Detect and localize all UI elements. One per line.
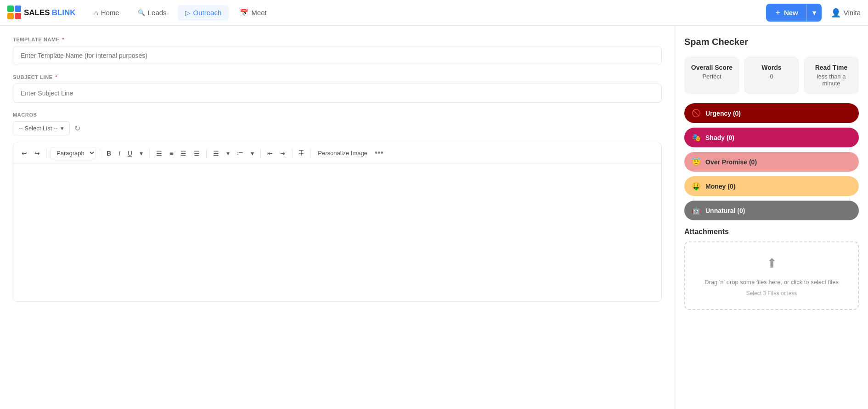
undo-button[interactable]: ↩: [19, 148, 30, 159]
more-options-button[interactable]: •••: [373, 148, 385, 158]
words-card: Words 0: [744, 56, 799, 94]
paragraph-select[interactable]: Paragraph: [51, 147, 96, 159]
urgency-icon: 🚫: [692, 109, 701, 118]
italic-button[interactable]: I: [116, 148, 123, 159]
macros-label: MACROS: [13, 112, 662, 118]
toolbar-separator-5: [260, 149, 261, 158]
spam-checker-title: Spam Checker: [684, 37, 859, 47]
unnatural-bar[interactable]: 🤖 Unnatural (0): [684, 201, 859, 220]
logo[interactable]: SALESBLINK: [7, 6, 76, 20]
logo-sales-text: SALES: [24, 8, 50, 17]
overpromise-icon: 😇: [692, 157, 701, 166]
outreach-icon: ▷: [185, 9, 191, 17]
upload-icon: ⬆: [693, 253, 851, 274]
overall-score-value: Perfect: [690, 73, 734, 80]
main-layout: TEMPLATE NAME * SUBJECT LINE * MACROS --…: [0, 26, 868, 409]
editor-body[interactable]: [13, 163, 661, 301]
bullet-list-button[interactable]: ☰: [210, 148, 222, 159]
refresh-button[interactable]: ↻: [74, 124, 80, 133]
new-button-group[interactable]: ＋ New ▾: [766, 4, 822, 22]
overpromise-bar[interactable]: 😇 Over Promise (0): [684, 152, 859, 172]
align-left-button[interactable]: ☰: [153, 148, 165, 159]
nav-leads[interactable]: 🔍 Leads: [130, 5, 174, 20]
indent-decrease-button[interactable]: ⇤: [265, 148, 276, 159]
numbered-list-button[interactable]: ≔: [234, 148, 246, 159]
bullet-list-dropdown[interactable]: ▾: [224, 148, 232, 159]
editor-toolbar: ↩ ↪ Paragraph B I U ▾ ☰ ≡ ☰ ☰ ☰ ▾ ≔: [13, 143, 661, 163]
toolbar-separator-3: [149, 149, 150, 158]
new-button-main[interactable]: ＋ New: [766, 4, 806, 22]
calendar-icon: 📅: [240, 9, 248, 17]
redo-button[interactable]: ↪: [32, 148, 43, 159]
select-list-dropdown[interactable]: -- Select List -- ▾: [13, 121, 70, 135]
file-drop-zone[interactable]: ⬆ Drag 'n' drop some files here, or clic…: [684, 241, 859, 310]
subject-line-input[interactable]: [13, 84, 662, 103]
user-icon: 👤: [831, 8, 841, 18]
score-cards: Overall Score Perfect Words 0 Read Time …: [684, 56, 859, 94]
nav-leads-label: Leads: [148, 9, 167, 17]
template-name-input[interactable]: [13, 46, 662, 65]
personalize-image-button[interactable]: Personalize Image: [314, 148, 371, 158]
nav-home[interactable]: ⌂ Home: [87, 5, 127, 20]
unnatural-icon: 🤖: [692, 206, 701, 215]
chevron-down-icon: ▾: [812, 9, 816, 17]
numbered-list-dropdown[interactable]: ▾: [248, 148, 257, 159]
read-time-card: Read Time less than a minute: [804, 56, 859, 94]
logo-blink-text: BLINK: [52, 8, 76, 17]
overall-score-label: Overall Score: [690, 64, 734, 71]
new-button-label: New: [784, 9, 798, 17]
select-list-label: -- Select List --: [19, 125, 58, 132]
nav-home-label: Home: [101, 9, 119, 17]
drop-text: Drag 'n' drop some files here, or click …: [693, 278, 851, 287]
attachments-title: Attachments: [684, 228, 859, 236]
svg-rect-2: [7, 13, 14, 19]
money-bar[interactable]: 🤑 Money (0): [684, 176, 859, 196]
svg-rect-1: [15, 6, 21, 12]
toolbar-separator-7: [310, 149, 310, 158]
read-time-label: Read Time: [809, 64, 853, 71]
nav-outreach[interactable]: ▷ Outreach: [178, 5, 229, 21]
money-icon: 🤑: [692, 182, 701, 190]
align-justify-button[interactable]: ☰: [191, 148, 203, 159]
search-icon: 🔍: [138, 9, 145, 16]
shady-label: Shady (0): [705, 134, 734, 141]
toolbar-separator-2: [100, 149, 100, 158]
home-icon: ⌂: [94, 9, 98, 17]
required-star-2: *: [54, 74, 58, 80]
toolbar-separator-6: [292, 149, 293, 158]
nav-meet[interactable]: 📅 Meet: [232, 5, 274, 21]
plus-icon: ＋: [774, 8, 781, 17]
nav-outreach-label: Outreach: [193, 9, 222, 17]
svg-rect-3: [15, 13, 21, 19]
svg-rect-0: [7, 6, 14, 12]
underline-button[interactable]: U: [125, 148, 135, 159]
toolbar-separator-1: [46, 149, 47, 158]
navbar: SALESBLINK ⌂ Home 🔍 Leads ▷ Outreach 📅 M…: [0, 0, 868, 26]
overall-score-card: Overall Score Perfect: [684, 56, 739, 94]
user-name: Vinita: [844, 9, 861, 17]
editor-container: ↩ ↪ Paragraph B I U ▾ ☰ ≡ ☰ ☰ ☰ ▾ ≔: [13, 143, 662, 302]
unnatural-label: Unnatural (0): [705, 207, 745, 214]
indent-increase-button[interactable]: ⇥: [277, 148, 288, 159]
editor-panel: TEMPLATE NAME * SUBJECT LINE * MACROS --…: [0, 26, 675, 409]
clear-format-button[interactable]: T̶: [296, 147, 306, 159]
bold-button[interactable]: B: [104, 148, 114, 159]
macros-row: -- Select List -- ▾ ↻: [13, 121, 662, 135]
toolbar-separator-4: [206, 149, 207, 158]
user-menu[interactable]: 👤 Vinita: [831, 8, 861, 18]
shady-icon: 🎭: [692, 133, 701, 142]
spam-checker-panel: Spam Checker Overall Score Perfect Words…: [675, 26, 868, 409]
words-label: Words: [750, 64, 794, 71]
urgency-label: Urgency (0): [705, 110, 741, 117]
words-value: 0: [750, 73, 794, 80]
shady-bar[interactable]: 🎭 Shady (0): [684, 128, 859, 147]
align-right-button[interactable]: ☰: [178, 148, 189, 159]
align-center-button[interactable]: ≡: [167, 148, 176, 159]
new-dropdown-trigger[interactable]: ▾: [807, 4, 822, 22]
urgency-bar[interactable]: 🚫 Urgency (0): [684, 103, 859, 123]
overpromise-label: Over Promise (0): [705, 158, 757, 166]
personalize-image-label: Personalize Image: [318, 150, 367, 157]
logo-icon: [7, 6, 22, 20]
text-color-button[interactable]: ▾: [137, 148, 146, 159]
money-label: Money (0): [705, 183, 735, 190]
